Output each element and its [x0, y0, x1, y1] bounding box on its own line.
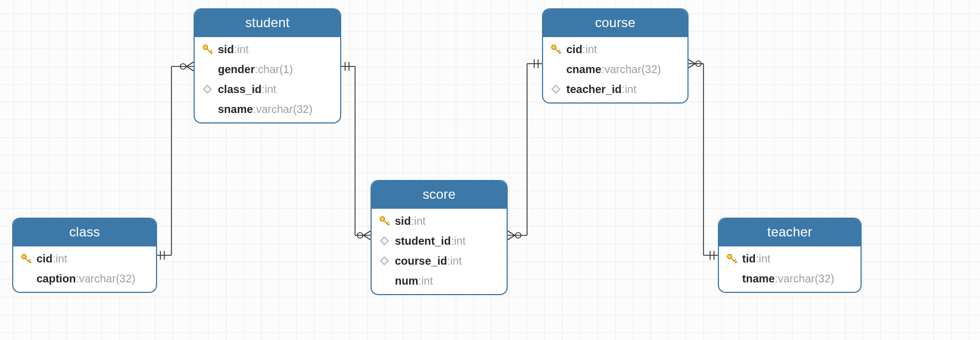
column-name: sid — [218, 42, 234, 57]
entity-rows: sid: intstudent_id: intcourse_id: intnum… — [372, 209, 507, 294]
column-name: teacher_id — [566, 81, 622, 97]
column-type: int — [237, 42, 248, 57]
column-type: int — [759, 251, 770, 266]
foreign-key-icon — [377, 236, 392, 245]
entity-class[interactable]: class cid: intcaption: varchar(32) — [12, 218, 157, 293]
svg-line-39 — [29, 260, 30, 261]
primary-key-icon — [200, 43, 215, 55]
column-type: int — [625, 81, 637, 97]
column-row[interactable]: tname: varchar(32) — [719, 269, 861, 289]
column-row[interactable]: sid: int — [195, 39, 340, 59]
column-row[interactable]: tid: int — [719, 249, 861, 269]
entity-student[interactable]: student sid: intgender: char(1)class_id:… — [194, 8, 341, 123]
entity-course[interactable]: course cid: intcname: varchar(32)teacher… — [542, 8, 689, 104]
primary-key-icon — [724, 253, 739, 265]
foreign-key-icon — [200, 85, 215, 94]
column-type: char(1) — [258, 61, 293, 77]
column-row[interactable]: cname: varchar(32) — [543, 59, 687, 79]
column-name: cid — [37, 251, 53, 266]
svg-marker-36 — [204, 85, 211, 93]
column-row[interactable]: cid: int — [13, 249, 156, 269]
svg-marker-51 — [552, 85, 560, 93]
column-name: sid — [395, 213, 411, 229]
column-row[interactable]: gender: char(1) — [195, 59, 340, 79]
entity-score[interactable]: score sid: intstudent_id: intcourse_id: … — [371, 180, 508, 295]
entity-rows: cid: intcaption: varchar(32) — [13, 246, 156, 292]
entity-rows: cid: intcname: varchar(32)teacher_id: in… — [543, 37, 687, 102]
svg-line-49 — [559, 50, 560, 52]
column-row[interactable]: class_id: int — [195, 79, 340, 99]
primary-key-icon — [19, 253, 33, 265]
entity-title: class — [13, 219, 156, 246]
column-type: int — [55, 251, 67, 266]
column-row[interactable]: sid: int — [372, 211, 507, 231]
column-type: int — [421, 273, 433, 289]
column-type: varchar(32) — [79, 271, 135, 286]
svg-line-40 — [30, 262, 31, 263]
column-type: int — [265, 81, 277, 97]
column-type: varchar(32) — [256, 101, 312, 117]
svg-line-34 — [210, 50, 212, 52]
column-name: student_id — [395, 233, 451, 249]
column-name: caption — [37, 271, 76, 286]
column-row[interactable]: caption: varchar(32) — [13, 269, 156, 289]
svg-line-44 — [388, 224, 389, 225]
entity-teacher[interactable]: teacher tid: inttname: varchar(32) — [718, 218, 862, 293]
svg-line-54 — [734, 260, 736, 261]
svg-line-55 — [736, 262, 737, 263]
column-type: int — [414, 213, 425, 229]
column-row[interactable]: num: int — [372, 271, 507, 291]
column-name: cname — [566, 61, 601, 77]
entity-title: student — [195, 9, 340, 37]
column-name: gender — [218, 61, 255, 77]
svg-line-50 — [560, 53, 561, 54]
column-type: varchar(32) — [778, 271, 834, 286]
entity-title: teacher — [719, 219, 861, 246]
primary-key-icon — [549, 43, 563, 55]
column-name: cid — [566, 42, 582, 57]
foreign-key-icon — [377, 256, 392, 265]
entity-rows: sid: intgender: char(1)class_id: intsnam… — [195, 37, 340, 122]
entity-title: score — [372, 181, 507, 209]
entity-title: course — [543, 9, 687, 37]
column-name: class_id — [218, 81, 262, 97]
column-type: int — [454, 233, 466, 249]
column-row[interactable]: sname: varchar(32) — [195, 99, 340, 119]
column-row[interactable]: student_id: int — [372, 231, 507, 251]
column-name: tid — [742, 251, 755, 266]
foreign-key-icon — [549, 85, 563, 94]
column-row[interactable]: teacher_id: int — [543, 79, 687, 99]
column-row[interactable]: cid: int — [543, 39, 687, 59]
column-type: varchar(32) — [604, 61, 661, 77]
column-name: sname — [218, 101, 253, 117]
column-name: num — [395, 273, 418, 289]
column-name: course_id — [395, 253, 447, 269]
entity-rows: tid: inttname: varchar(32) — [719, 246, 861, 292]
column-type: int — [585, 42, 597, 57]
column-name: tname — [742, 271, 775, 286]
svg-line-43 — [387, 222, 389, 224]
svg-marker-46 — [380, 257, 388, 265]
column-type: int — [450, 253, 462, 269]
column-row[interactable]: course_id: int — [372, 251, 507, 271]
primary-key-icon — [377, 215, 392, 227]
svg-line-35 — [211, 53, 212, 54]
svg-marker-45 — [380, 237, 388, 245]
